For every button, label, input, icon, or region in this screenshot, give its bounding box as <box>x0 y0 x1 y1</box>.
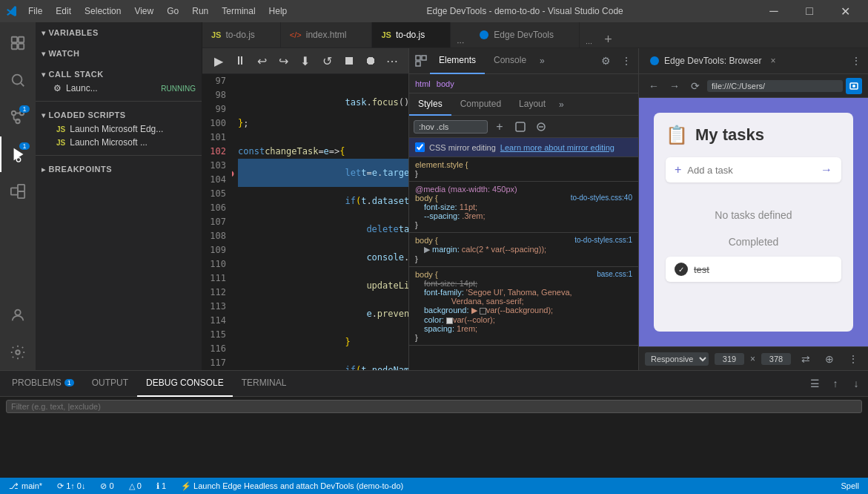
mirror-editing-checkbox[interactable] <box>415 142 425 152</box>
activity-explorer[interactable] <box>0 25 36 61</box>
css-expand-margin[interactable]: ▶ <box>424 245 430 254</box>
styles-more[interactable]: » <box>554 99 569 110</box>
debug-continue[interactable]: ▶ <box>208 50 228 71</box>
styles-tab[interactable]: Styles <box>409 93 451 116</box>
menu-selection[interactable]: Selection <box>79 4 127 18</box>
styles-filter-input[interactable] <box>414 120 488 134</box>
loaded-scripts-item-0[interactable]: JS Launch Microsoft Edg... <box>36 122 202 136</box>
debug-step-over[interactable]: ↩ <box>252 50 272 71</box>
activity-source-control[interactable]: 1 <box>0 99 36 135</box>
debug-step-into[interactable]: ↪ <box>274 50 294 71</box>
tab-problems[interactable]: PROBLEMS 1 <box>3 371 83 397</box>
menu-terminal[interactable]: Terminal <box>216 4 261 18</box>
computed-tab[interactable]: Computed <box>451 93 510 116</box>
debug-more[interactable]: ⋯ <box>382 50 402 71</box>
tab-edge-devtools[interactable]: Edge DevTools × <box>470 22 580 47</box>
activity-extensions[interactable] <box>0 174 36 209</box>
loaded-scripts-item-1[interactable]: JS Launch Microsoft ... <box>36 136 202 149</box>
status-errors[interactable]: ⊘ 0 <box>97 481 116 491</box>
devtools-tab-elements[interactable]: Elements <box>430 48 485 74</box>
tab-terminal[interactable]: TERMINAL <box>233 371 296 397</box>
browser-screenshot-btn[interactable] <box>846 78 862 94</box>
menu-run[interactable]: Run <box>186 4 214 18</box>
menu-help[interactable]: Help <box>263 4 294 18</box>
layout-tab[interactable]: Layout <box>510 93 554 116</box>
debug-stop[interactable]: ⏹ <box>339 50 359 71</box>
close-button[interactable]: ✕ <box>828 0 862 22</box>
activity-settings[interactable] <box>0 335 36 370</box>
status-debug-task[interactable]: ⚡ Launch Edge Headless and attach DevToo… <box>178 481 406 491</box>
css-source-body-1[interactable]: to-do-styles.css:1 <box>574 236 632 244</box>
browser-refresh-btn[interactable]: ⟳ <box>686 77 704 95</box>
status-warnings[interactable]: △ 0 <box>126 481 145 491</box>
add-task-input[interactable] <box>687 165 815 176</box>
browser-back-btn[interactable]: ← <box>645 77 663 95</box>
menu-view[interactable]: View <box>128 4 159 18</box>
filter-toggle-btn[interactable]: ☰ <box>806 375 824 392</box>
devtools-settings-btn[interactable]: ⚙ <box>597 52 614 70</box>
breadcrumb-body[interactable]: body <box>437 79 454 88</box>
tab-overflow[interactable]: ··· <box>451 37 470 47</box>
loaded-scripts-item-label-0: Launch Microsoft Edg... <box>70 124 163 134</box>
code-line-98: task.focus(); <box>238 88 408 116</box>
status-spell[interactable]: Spell <box>838 481 862 490</box>
zoom-btn[interactable]: ⊕ <box>821 350 838 368</box>
tab-todo-js-1[interactable]: JS to-do.js × <box>202 22 281 47</box>
new-tab-button[interactable]: + <box>598 32 618 47</box>
task-checkbox-0[interactable]: ✓ <box>675 263 688 276</box>
menu-go[interactable]: Go <box>161 4 185 18</box>
width-input[interactable] <box>715 353 744 365</box>
browser-tab-main[interactable]: Edge DevTools: Browser × <box>642 53 783 69</box>
activity-search[interactable] <box>0 62 36 98</box>
rotate-btn[interactable]: ⇄ <box>797 350 815 368</box>
maximize-button[interactable]: □ <box>792 0 826 22</box>
debug-restart[interactable]: ↺ <box>317 50 337 71</box>
mirror-editing-link[interactable]: Learn more about mirror editing <box>500 143 614 152</box>
css-source-body-2[interactable]: base.css:1 <box>597 270 632 278</box>
devtools-inspect-btn[interactable] <box>412 52 430 70</box>
tab-todo-js-2[interactable]: JS to-do.js × <box>372 22 451 47</box>
more-options-btn[interactable]: ⋮ <box>844 350 862 368</box>
debug-filter-input[interactable] <box>6 400 862 413</box>
browser-tab-close[interactable]: × <box>770 56 775 66</box>
height-input[interactable] <box>761 353 791 365</box>
activity-accounts[interactable] <box>0 297 36 333</box>
breakpoints-header[interactable]: ▸ BREAKPOINTS <box>36 162 202 177</box>
edge-tab-overflow[interactable]: ··· <box>580 39 598 47</box>
status-branch[interactable]: ⎇ main* <box>6 481 45 491</box>
toggle-classes-btn[interactable] <box>532 118 550 136</box>
clear-console-btn[interactable]: ↓ <box>847 375 865 392</box>
activity-run-debug[interactable]: 1 <box>0 136 36 172</box>
watch-arrow: ▾ <box>42 50 46 58</box>
tab-index-html[interactable]: </> index.html × <box>281 22 373 47</box>
menu-file[interactable]: File <box>22 4 48 18</box>
add-style-btn[interactable]: + <box>491 118 508 136</box>
browser-more-btn[interactable]: ⋮ <box>847 52 865 70</box>
tab-debug-console[interactable]: DEBUG CONSOLE <box>137 371 233 397</box>
menu-edit[interactable]: Edit <box>50 4 77 18</box>
debug-pause[interactable]: ⏸ <box>230 50 250 71</box>
devtools-tab-console[interactable]: Console <box>485 48 535 74</box>
browser-url-input[interactable] <box>707 80 843 92</box>
css-source-media[interactable]: to-do-styles.css:40 <box>571 194 632 202</box>
minimize-button[interactable]: ─ <box>757 0 791 22</box>
tab-output[interactable]: OUTPUT <box>83 371 137 397</box>
loaded-scripts-js-icon-1: JS <box>56 139 65 147</box>
call-stack-header[interactable]: ▾ CALL STACK <box>36 67 202 82</box>
devtools-more-btn[interactable]: ⋮ <box>617 52 635 70</box>
responsive-dropdown[interactable]: Responsive <box>645 352 709 366</box>
debug-record[interactable]: ⏺ <box>360 50 380 71</box>
variables-header[interactable]: ▾ VARIABLES <box>36 25 202 40</box>
status-info[interactable]: ℹ 1 <box>153 481 169 491</box>
status-sync[interactable]: ⟳ 1↑ 0↓ <box>54 481 88 491</box>
watch-header[interactable]: ▾ WATCH <box>36 46 202 61</box>
loaded-scripts-header[interactable]: ▾ LOADED SCRIPTS <box>36 108 202 122</box>
add-task-submit[interactable]: → <box>821 163 832 177</box>
element-state-btn[interactable] <box>511 118 529 136</box>
call-stack-item[interactable]: ⚙ Launc... RUNNING <box>36 82 202 95</box>
debug-step-out[interactable]: ⬇ <box>295 50 315 71</box>
devtools-more-tabs[interactable]: » <box>535 56 549 66</box>
breadcrumb-html[interactable]: html <box>415 79 431 88</box>
scroll-top-btn[interactable]: ↑ <box>826 375 844 392</box>
browser-forward-btn[interactable]: → <box>666 77 683 95</box>
